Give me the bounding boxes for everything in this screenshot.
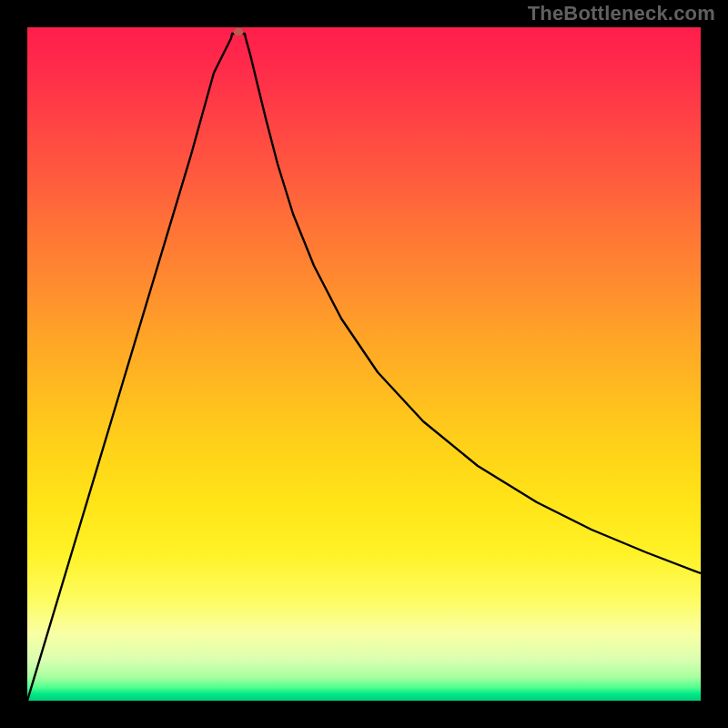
plot-area (27, 27, 701, 701)
bottleneck-curve (27, 34, 701, 701)
minimum-marker (234, 28, 244, 36)
watermark-text: TheBottleneck.com (528, 2, 715, 25)
chart-stage: TheBottleneck.com (0, 0, 728, 728)
curve-svg (27, 27, 701, 701)
